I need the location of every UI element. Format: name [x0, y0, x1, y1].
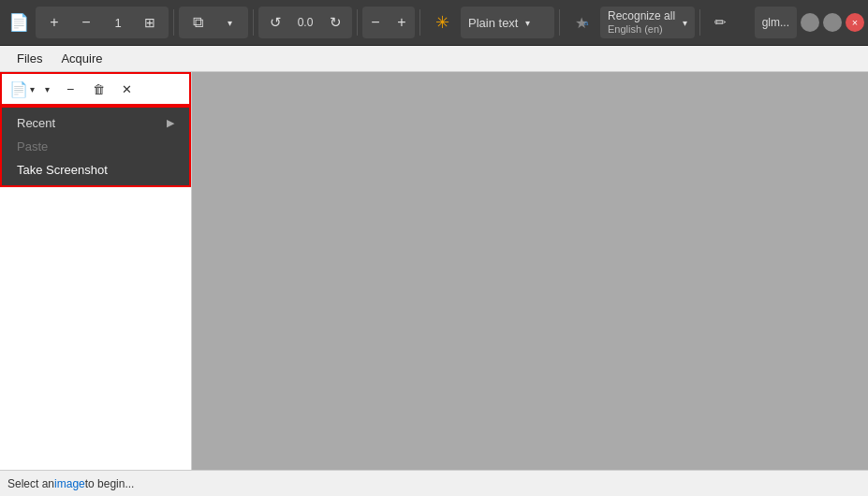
grid-button[interactable]: ⊞: [135, 7, 165, 38]
files-label: Files: [17, 51, 42, 66]
recognize-button[interactable]: Recognize all English (en) ▾: [600, 7, 695, 38]
paste-label: Paste: [17, 139, 48, 153]
layers-button[interactable]: ⧉: [183, 7, 213, 38]
panel-open-icon: 📄: [9, 80, 28, 98]
zoom-group: − +: [362, 7, 415, 38]
add-icon: +: [50, 14, 58, 31]
paste-menu-item[interactable]: Paste: [2, 135, 189, 158]
maximize-button[interactable]: [823, 13, 842, 32]
separator-2: [253, 9, 254, 36]
user-label: glm...: [762, 16, 789, 29]
separator-1: [173, 9, 174, 36]
take-screenshot-menu-item[interactable]: Take Screenshot: [2, 158, 189, 182]
recent-menu-item[interactable]: Recent ▶: [2, 111, 189, 135]
page-icon: 1: [114, 16, 121, 30]
main-toolbar: 📄 + − 1 ⊞ ⧉ ▾ ↺ 0.0 ↻: [0, 0, 868, 46]
recent-label: Recent: [17, 116, 55, 130]
layers-dropdown-button[interactable]: ▾: [214, 7, 244, 38]
minimize-button[interactable]: [801, 13, 819, 32]
rotate-right-button[interactable]: ↻: [324, 7, 346, 38]
menubar: Files Acquire: [0, 46, 868, 72]
rotate-right-icon: ↻: [330, 14, 342, 31]
separator-5: [559, 9, 560, 36]
close-icon: ×: [852, 17, 858, 28]
open-icon: 📄: [8, 12, 29, 33]
page-number-button[interactable]: 1: [103, 7, 133, 38]
toolbar-group-new: + − 1 ⊞: [36, 7, 169, 38]
edit-button[interactable]: ✏: [705, 7, 735, 38]
panel-trash-button[interactable]: 🗑: [85, 77, 111, 101]
grid-icon: ⊞: [144, 15, 155, 30]
separator-3: [357, 9, 358, 36]
ocr-star-icon: ✳: [435, 12, 449, 33]
recognize-star-overlay: a: [584, 19, 588, 27]
rotate-left-icon: ↺: [270, 14, 282, 31]
take-screenshot-label: Take Screenshot: [17, 163, 108, 177]
recognize-lang: English (en): [608, 23, 675, 36]
recognize-arrow-icon: ▾: [683, 18, 687, 28]
dropdown-menu: Recent ▶ Paste Take Screenshot: [0, 106, 191, 187]
status-image-link[interactable]: image: [54, 477, 85, 490]
main-area: 📄 ▾ − 🗑 ✕ Recent ▶ Paste: [0, 72, 868, 470]
panel-toolbar: 📄 ▾ − 🗑 ✕: [0, 72, 191, 106]
status-link-text: image: [54, 477, 85, 490]
zoom-in-icon: +: [397, 14, 405, 31]
panel-close-button[interactable]: ✕: [113, 77, 140, 101]
acquire-menu[interactable]: Acquire: [51, 49, 111, 68]
toolbar-right: glm... ×: [755, 7, 864, 38]
separator-4: [419, 9, 420, 36]
toolbar-group-layers: ⧉ ▾: [179, 7, 248, 38]
minus-icon: −: [81, 14, 90, 31]
open-button[interactable]: 📄: [4, 7, 34, 38]
remove-button[interactable]: −: [71, 7, 101, 38]
status-text-prefix: Select an: [7, 477, 54, 490]
recent-arrow-icon: ▶: [167, 117, 174, 129]
close-button[interactable]: ×: [846, 13, 864, 32]
new-button[interactable]: +: [39, 7, 69, 38]
zoom-out-icon: −: [371, 14, 379, 31]
plain-text-label: Plain text: [468, 16, 518, 30]
files-menu[interactable]: Files: [7, 49, 51, 68]
panel-open-button[interactable]: 📄: [7, 77, 37, 101]
layers-icon: ⧉: [193, 14, 203, 31]
zoom-in-button[interactable]: +: [389, 7, 415, 38]
left-panel: 📄 ▾ − 🗑 ✕ Recent ▶ Paste: [0, 72, 192, 470]
chevron-down-icon: ▾: [228, 18, 232, 28]
panel-open-dropdown[interactable]: ▾: [38, 77, 55, 101]
panel-minus-button[interactable]: −: [57, 77, 83, 101]
plain-text-button[interactable]: Plain text ▾: [461, 7, 554, 38]
ocr-button[interactable]: ✳: [425, 7, 459, 38]
separator-6: [699, 9, 700, 36]
recognize-label: Recognize all: [608, 9, 675, 22]
statusbar: Select an image to begin...: [0, 470, 868, 496]
acquire-label: Acquire: [61, 51, 102, 66]
panel-dropdown-arrow-icon: ▾: [45, 84, 50, 95]
panel-trash-icon: 🗑: [93, 82, 105, 96]
angle-input[interactable]: 0.0: [290, 16, 320, 29]
recognize-star-button[interactable]: ★ a: [565, 7, 598, 38]
pencil-icon: ✏: [714, 14, 727, 31]
content-area: [192, 72, 868, 470]
panel-close-icon: ✕: [122, 82, 132, 96]
recognize-text-block: Recognize all English (en): [608, 9, 675, 36]
angle-group: ↺ 0.0 ↻: [258, 7, 352, 38]
panel-minus-icon: −: [66, 81, 74, 96]
rotate-left-button[interactable]: ↺: [264, 7, 287, 38]
status-text-suffix: to begin...: [85, 477, 135, 490]
user-button[interactable]: glm...: [755, 7, 797, 38]
plain-text-arrow-icon: ▾: [525, 18, 530, 28]
zoom-out-button[interactable]: −: [362, 7, 389, 38]
